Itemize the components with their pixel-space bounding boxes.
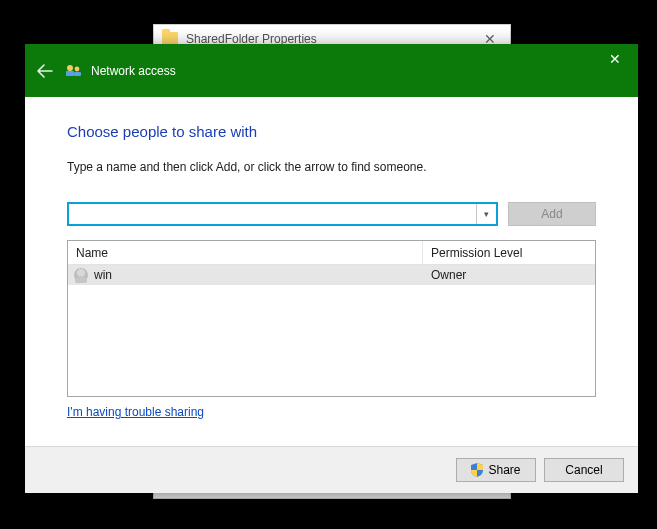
- network-access-icon: [65, 63, 83, 79]
- page-heading: Choose people to share with: [67, 123, 596, 140]
- cancel-button[interactable]: Cancel: [544, 458, 624, 482]
- dialog-body: Choose people to share with Type a name …: [25, 97, 638, 446]
- people-list: Name Permission Level win Owner: [67, 240, 596, 397]
- trouble-sharing-link[interactable]: I'm having trouble sharing: [67, 405, 596, 419]
- svg-rect-3: [74, 72, 81, 76]
- dialog-footer: Share Cancel: [25, 446, 638, 493]
- svg-point-2: [75, 66, 80, 71]
- network-access-dialog: Network access ✕ Choose people to share …: [25, 44, 638, 493]
- svg-rect-1: [66, 71, 74, 76]
- add-button: Add: [508, 202, 596, 226]
- share-button-label: Share: [488, 463, 520, 477]
- column-header-permission[interactable]: Permission Level: [423, 241, 595, 264]
- dialog-header: Network access ✕: [25, 44, 638, 97]
- add-user-row: ▾ Add: [67, 202, 596, 226]
- close-button[interactable]: ✕: [592, 44, 638, 74]
- share-button[interactable]: Share: [456, 458, 536, 482]
- back-arrow-icon[interactable]: [25, 44, 65, 97]
- list-item-name: win: [94, 268, 112, 282]
- people-list-header: Name Permission Level: [68, 241, 595, 265]
- chevron-down-icon[interactable]: ▾: [476, 204, 496, 224]
- list-item-permission: Owner: [423, 268, 595, 282]
- name-input[interactable]: [69, 204, 476, 224]
- name-combobox[interactable]: ▾: [67, 202, 498, 226]
- column-header-name[interactable]: Name: [68, 241, 423, 264]
- list-item[interactable]: win Owner: [68, 265, 595, 285]
- user-icon: [74, 268, 88, 282]
- add-button-label: Add: [541, 207, 562, 221]
- svg-point-0: [67, 65, 73, 71]
- page-instruction: Type a name and then click Add, or click…: [67, 160, 596, 174]
- dialog-header-title: Network access: [91, 64, 176, 78]
- shield-icon: [471, 463, 483, 477]
- cancel-button-label: Cancel: [565, 463, 602, 477]
